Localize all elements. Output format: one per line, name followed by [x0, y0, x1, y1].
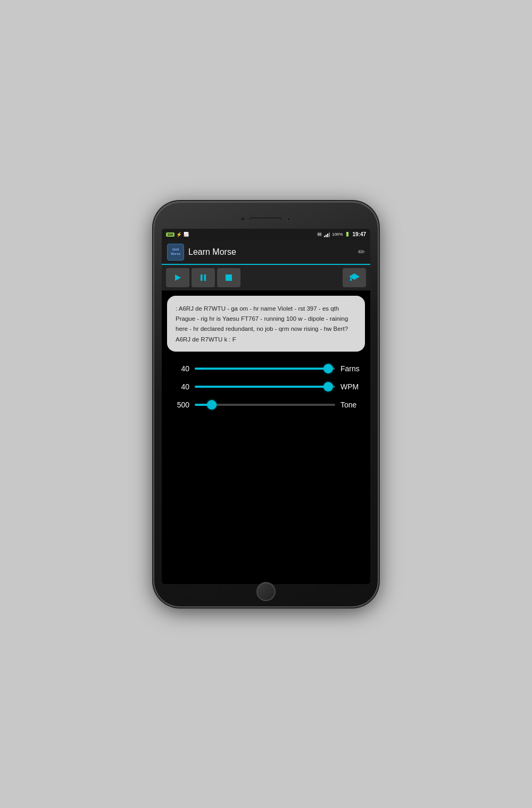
edit-icon[interactable]: ✏	[358, 247, 365, 257]
wpm-thumb[interactable]	[323, 382, 333, 391]
message-bubble: : A6RJ de R7WTU - ga om - hr name Violet…	[167, 296, 365, 352]
svg-rect-1	[201, 274, 203, 281]
transport-bar	[162, 265, 370, 290]
farns-thumb[interactable]	[323, 364, 333, 373]
signal-bars	[324, 232, 330, 237]
tone-value: 500	[170, 401, 189, 409]
svg-marker-0	[175, 274, 181, 281]
wpm-slider-row: 40 WPM	[170, 382, 362, 391]
heartbeat-icon: 📈	[184, 232, 189, 237]
network-type-indicator: H	[317, 232, 322, 236]
farns-value: 40	[170, 364, 189, 373]
farns-label: Farns	[340, 364, 362, 373]
clock: 19:47	[352, 231, 366, 237]
wpm-label: WPM	[340, 382, 362, 391]
stop-button[interactable]	[217, 268, 240, 287]
tone-label: Tone	[340, 401, 362, 409]
sliders-area: 40 Farns 40 WPM 500	[162, 357, 370, 584]
usb-icon: ⚡	[176, 232, 182, 237]
play-button[interactable]	[166, 268, 189, 287]
farns-slider-row: 40 Farns	[170, 364, 362, 373]
message-text: : A6RJ de R7WTU - ga om - hr name Violet…	[176, 305, 348, 343]
screen: 100 ⚡ 📈 H 100% 🔋 19:47 GbNMorse	[162, 229, 370, 584]
status-icons-right: H 100% 🔋 19:47	[317, 231, 366, 237]
farns-track[interactable]	[195, 368, 335, 370]
app-bar: GbNMorse Learn Morse ✏	[162, 240, 370, 265]
phone-device: 100 ⚡ 📈 H 100% 🔋 19:47 GbNMorse	[154, 202, 378, 606]
status-icons-left: 100 ⚡ 📈	[166, 232, 189, 237]
app-icon: GbNMorse	[167, 244, 184, 261]
pause-button[interactable]	[192, 268, 215, 287]
tone-slider-row: 500 Tone	[170, 401, 362, 409]
battery-icon: 100	[166, 232, 174, 237]
tone-track[interactable]	[195, 404, 335, 406]
phone-bottom	[162, 586, 370, 597]
front-camera	[287, 217, 291, 221]
sensor-dot	[242, 218, 244, 220]
phone-top-bar	[162, 212, 370, 227]
tone-thumb[interactable]	[207, 400, 217, 410]
svg-rect-5	[350, 278, 352, 281]
wpm-value: 40	[170, 382, 189, 391]
speaker-grill	[250, 218, 281, 221]
message-area: : A6RJ de R7WTU - ga om - hr name Violet…	[162, 290, 370, 357]
app-title: Learn Morse	[188, 247, 354, 257]
svg-rect-3	[226, 274, 232, 281]
svg-rect-2	[204, 274, 206, 281]
status-bar: 100 ⚡ 📈 H 100% 🔋 19:47	[162, 229, 370, 240]
wpm-fill	[195, 386, 328, 388]
learn-button[interactable]	[343, 268, 366, 287]
battery-percent: 100%	[332, 232, 343, 237]
battery-full-icon: 🔋	[345, 232, 350, 237]
farns-fill	[195, 368, 328, 370]
home-button[interactable]	[256, 582, 276, 601]
wpm-track[interactable]	[195, 386, 335, 388]
